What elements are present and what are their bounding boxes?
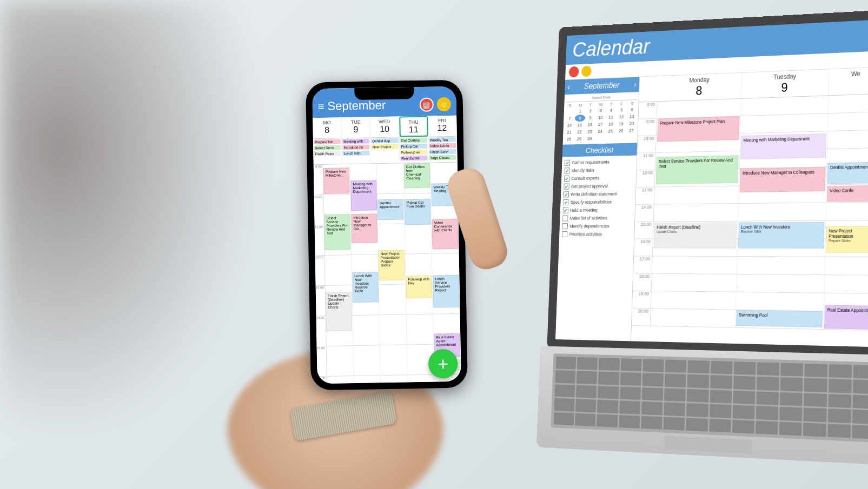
check-item[interactable]: ✔Specify responsibilities [563,198,632,206]
allday-chip[interactable]: New Project [371,144,398,150]
evt-lunch-investors[interactable]: Lunch With New Investors Reserve Table [352,272,379,303]
mini-cal-day[interactable]: 24 [595,128,606,135]
evt-prepare-milestone[interactable]: Prepare New Milestone... [323,168,350,194]
mini-cal-day[interactable]: 13 [626,113,637,120]
phone-month-label[interactable]: September [327,98,416,113]
allday-chip[interactable]: Introduce ne [342,145,369,150]
evt-select-providers[interactable]: Select Service Providers For Review And … [324,214,350,250]
checkbox-icon[interactable]: ✔ [563,207,568,213]
mini-cal-day[interactable]: 10 [595,114,606,121]
mini-cal-day[interactable]: 1 [575,108,585,115]
checkbox-icon[interactable]: ✔ [564,191,569,197]
allday-chip[interactable]: Finish Servi [429,149,456,155]
mini-cal-day[interactable]: 12 [616,113,627,120]
mini-cal-day[interactable]: 4 [606,106,617,113]
allday-chip[interactable]: Lunch with [342,151,369,156]
side-month-label[interactable]: September [584,81,620,91]
mini-cal-day[interactable]: 22 [574,129,585,136]
mini-cal-day[interactable]: 21 [564,129,574,136]
mini-cal-day[interactable]: 18 [605,120,616,128]
mini-cal-day[interactable]: 7 [565,115,575,122]
lev-dentist[interactable]: Dentist Appointment [827,162,868,184]
allday-chip[interactable]: Dentist App [371,138,398,144]
evt-finish-service[interactable]: Finish Service Providers Report [433,275,459,308]
menu-icon[interactable]: ≡ [318,100,324,112]
evt-video-conf[interactable]: Video Conference with Clients [432,219,458,250]
mini-cal-day[interactable]: 6 [627,106,638,113]
check-item[interactable]: ✔Write definition statement [564,190,633,198]
evt-pickup-car[interactable]: Pickup Car from Dealer [405,199,431,225]
evt-finish-report[interactable]: Finish Report (Deadline) Update Charts [326,292,352,331]
allday-chip[interactable]: Meeting with [342,139,369,144]
people-icon[interactable]: ☺ [437,97,451,111]
allday-chip[interactable]: Select Servi [314,145,341,150]
allday-chip[interactable]: Video Confe [429,143,456,149]
checkbox-icon[interactable] [562,223,568,229]
mini-cal-day[interactable]: 11 [606,113,617,120]
mini-cal-day[interactable]: 30 [584,135,595,142]
mini-cal-day[interactable]: 9 [585,114,596,121]
evt-intro-manager[interactable]: Introduce New Manager to Col... [351,213,377,243]
mini-cal-day[interactable]: 14 [564,122,574,129]
evt-followup-dev[interactable]: Followup with Dev [406,276,432,299]
checkbox-icon[interactable]: ✔ [563,199,568,205]
mini-cal-day[interactable]: 17 [595,121,606,128]
laptop-day-header[interactable]: Tuesday9 [741,69,829,98]
mini-cal-day[interactable]: 19 [616,120,627,127]
mini-cal-day[interactable]: 23 [585,128,595,135]
lev-swimming[interactable]: Swimming Pool [736,310,823,327]
lev-new-project[interactable]: New Project PresentationPrepare Slides [826,226,868,253]
lev-video-conf[interactable]: Video Confe [827,185,868,202]
mini-cal-day[interactable]: 25 [605,128,616,135]
calendar-icon[interactable]: ▦ [420,97,434,111]
allday-chip[interactable]: Prepare Ne [314,139,341,144]
laptop-hour-grid[interactable]: 8:009:0010:0011:0012:0013:0014:0015:0016… [631,94,868,347]
checkbox-icon[interactable]: ✔ [564,168,569,173]
checkbox-icon[interactable] [562,231,567,237]
day-header[interactable]: THU11 [399,116,428,137]
allday-chip[interactable]: Yoga Classe [429,155,456,160]
day-header[interactable]: TUE9 [341,117,370,138]
check-item[interactable]: ✔Hold a meeting [563,206,633,215]
evt-get-clothes[interactable]: Get Clothes from Chemical Cleaning [404,163,430,189]
mini-cal-day[interactable]: 29 [574,135,584,142]
checkbox-icon[interactable]: ✔ [564,176,569,182]
lev-intro-mgr[interactable]: Introduce New Manager to Colleagues [739,167,825,192]
mini-cal-day[interactable]: 8 [575,115,585,122]
day-header[interactable]: FRI12 [428,116,457,137]
checkbox-icon[interactable]: ✔ [564,184,569,190]
lev-real-estate[interactable]: Real Estate Appointment [824,305,868,330]
lev-select-svc[interactable]: Select Service Providers For Review And … [656,155,739,184]
mini-cal-day[interactable]: 15 [574,122,585,129]
check-item[interactable]: Prioritize activities [562,230,632,238]
mini-cal-day[interactable]: 20 [626,120,637,127]
allday-chip[interactable]: Finish Repo [314,151,341,156]
lev-prepare-plan[interactable]: Prepare New Milestone Project Plan [657,116,740,142]
check-item[interactable]: Make list of activities [562,214,632,223]
lev-finish-report[interactable]: Finish Report (Deadline)Update Charts [654,223,737,249]
checkbox-icon[interactable] [562,215,568,221]
allday-chip[interactable]: Followup wi [400,150,427,155]
laptop-day-header[interactable]: Monday8 [658,73,742,102]
day-header[interactable]: WED10 [370,117,400,138]
evt-dentist[interactable]: Dentist Appointment [377,199,404,220]
mini-cal-day[interactable]: 3 [595,107,606,114]
calendar-icon[interactable] [569,66,579,78]
evt-meeting-marketing[interactable]: Meeting with Marketing Department [350,180,377,211]
mini-cal-day[interactable]: 26 [615,127,626,134]
allday-chip[interactable]: Pickup Car [400,144,427,149]
mini-cal-day[interactable]: 27 [626,127,637,134]
lev-lunch-investors[interactable]: Lunch With New InvestorsReserve Table [738,222,825,249]
checkbox-icon[interactable]: ✔ [565,160,570,166]
mini-calendar[interactable]: Select Date SMTWTFS 12345678910111213141… [563,92,639,145]
day-header[interactable]: MO8 [313,117,342,138]
clock-icon[interactable] [581,66,592,77]
mini-cal-day[interactable]: 16 [585,121,595,128]
allday-chip[interactable]: Get Clothes [400,138,427,143]
mini-cal-day[interactable]: 5 [616,106,627,114]
check-item[interactable]: ✔Get project approval [564,182,633,191]
mini-cal-day[interactable]: 2 [585,108,596,115]
mini-cal-day[interactable]: 28 [564,136,574,143]
next-month-icon[interactable]: › [634,80,637,89]
allday-chip[interactable]: Weekly Tea [429,137,456,143]
